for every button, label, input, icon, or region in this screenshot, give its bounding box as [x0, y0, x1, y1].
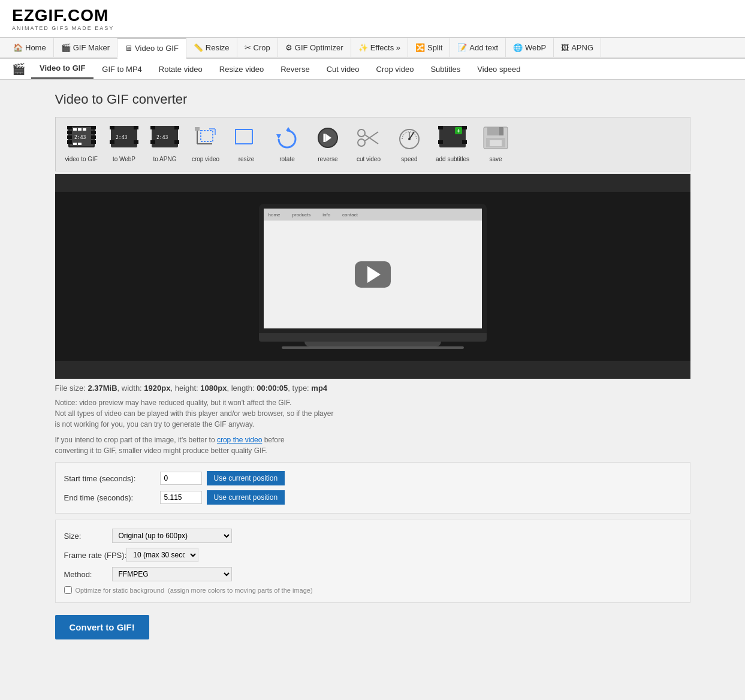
laptop-inner: home products info contact [264, 209, 482, 328]
svg-rect-11 [73, 143, 77, 145]
tool-save-icon [481, 126, 510, 153]
nav-split[interactable]: 🔀 Split [408, 38, 450, 57]
start-time-input[interactable] [160, 472, 202, 485]
file-height: 1080px [200, 384, 227, 393]
tool-add-subtitles[interactable]: + add subtitles [431, 122, 474, 166]
crop-video-link[interactable]: crop the video [217, 436, 262, 444]
file-info: File size: 2.37MiB, width: 1920px, heigh… [55, 384, 690, 393]
tool-save[interactable]: save [476, 122, 515, 166]
laptop-foot [282, 346, 464, 349]
tool-resize-label: resize [239, 156, 255, 162]
top-nav: 🏠 Home 🎬 GIF Maker 🖥 Video to GIF 📏 Resi… [0, 38, 745, 59]
nav-effects[interactable]: ✨ Effects » [351, 38, 408, 57]
end-time-input[interactable] [160, 491, 202, 504]
logo: EZGIF.COM ANIMATED GIFS MADE EASY [12, 6, 733, 31]
sub-nav-icon: 🎬 [6, 59, 31, 79]
video-top-bar [55, 174, 690, 192]
tool-to-webp[interactable]: 2:43 to WebP [105, 122, 143, 166]
tool-to-webp-icon: 2:43 [110, 126, 138, 153]
logo-title: EZGIF.COM [12, 6, 733, 25]
optimize-row: Optimize for static background (assign m… [64, 586, 681, 594]
fps-select[interactable]: 10 (max 30 seconds) 15 (max 20 seconds) … [126, 548, 198, 562]
svg-point-45 [358, 129, 365, 137]
svg-rect-17 [110, 126, 114, 129]
subnav-cut-video[interactable]: Cut video [318, 60, 368, 79]
logo-subtitle: ANIMATED GIFS MADE EASY [12, 25, 733, 31]
nav-gif-maker[interactable]: 🎬 GIF Maker [54, 38, 117, 57]
optimize-checkbox[interactable] [64, 586, 72, 594]
subnav-rotate-video[interactable]: Rotate video [150, 60, 211, 79]
svg-rect-9 [91, 140, 96, 144]
file-length: 00:00:05 [257, 384, 288, 393]
size-select[interactable]: Original (up to 600px) 320px 480px 640px… [112, 529, 232, 543]
tool-rotate[interactable]: rotate [268, 122, 306, 166]
tool-reverse[interactable]: reverse [309, 122, 347, 166]
file-width: 1920px [144, 384, 170, 393]
tool-video-to-gif-label: video to GIF [65, 156, 98, 162]
optimize-hint: (assign more colors to moving parts of t… [168, 587, 313, 594]
start-time-btn[interactable]: Use current position [207, 471, 285, 485]
tool-crop-video[interactable]: crop video [186, 122, 225, 166]
subnav-resize-video[interactable]: Resize video [211, 60, 272, 79]
nav-apng[interactable]: 🖼 APNG [554, 38, 601, 57]
video-bottom-bar [55, 361, 690, 379]
svg-point-51 [408, 138, 411, 140]
tool-to-apng-icon: 2:43 [150, 126, 179, 153]
svg-rect-12 [78, 128, 82, 131]
svg-rect-61 [499, 127, 503, 135]
fps-row: Frame rate (FPS): 10 (max 30 seconds) 15… [64, 548, 681, 562]
method-select[interactable]: FFMPEG ImageMagick [112, 567, 232, 581]
tool-crop-video-icon [191, 126, 220, 153]
method-row: Method: FFMPEG ImageMagick [64, 567, 681, 581]
subnav-reverse[interactable]: Reverse [272, 60, 318, 79]
svg-rect-7 [91, 131, 96, 134]
svg-rect-26 [174, 140, 179, 144]
play-button[interactable] [355, 261, 391, 288]
end-time-btn[interactable]: Use current position [207, 490, 285, 505]
svg-rect-34 [236, 129, 252, 144]
video-container: home products info contact [55, 174, 690, 379]
tool-crop-video-label: crop video [192, 156, 219, 162]
svg-marker-39 [276, 134, 281, 139]
nav-webp[interactable]: 🌐 WebP [506, 38, 554, 57]
tool-cut-video[interactable]: cut video [349, 122, 388, 166]
nav-crop[interactable]: ✂ Crop [237, 38, 278, 57]
tool-resize[interactable]: resize [227, 122, 266, 166]
nav-optimizer[interactable]: ⚙ GIF Optimizer [278, 38, 351, 57]
svg-rect-25 [174, 126, 179, 129]
subnav-video-speed[interactable]: Video speed [469, 60, 529, 79]
nav-addtext[interactable]: 📝 Add text [450, 38, 506, 57]
svg-rect-63 [490, 140, 502, 146]
tool-resize-icon [232, 126, 261, 153]
svg-rect-8 [91, 135, 96, 139]
tool-rotate-label: rotate [279, 156, 295, 162]
subnav-gif-to-mp4[interactable]: GIF to MP4 [93, 60, 150, 79]
convert-button[interactable]: Convert to GIF! [55, 615, 149, 639]
sub-nav: 🎬 Video to GIF GIF to MP4 Rotate video R… [0, 59, 745, 80]
tool-reverse-icon [313, 126, 342, 153]
tool-to-apng[interactable]: 2:43 to APNG [146, 122, 184, 166]
svg-rect-14 [83, 128, 86, 131]
laptop-stand [304, 342, 441, 346]
gif-settings-box: Size: Original (up to 600px) 320px 480px… [55, 520, 690, 603]
tool-speed[interactable]: speed [390, 122, 429, 166]
nav-resize[interactable]: 📏 Resize [186, 38, 237, 57]
svg-rect-4 [67, 135, 72, 139]
tool-save-label: save [490, 156, 502, 162]
main-content: Video to GIF converter [43, 92, 702, 639]
size-row: Size: Original (up to 600px) 320px 480px… [64, 529, 681, 543]
tool-cut-video-icon [354, 126, 383, 153]
subnav-crop-video[interactable]: Crop video [368, 60, 423, 79]
svg-rect-5 [67, 140, 72, 144]
svg-text:2:43: 2:43 [156, 135, 168, 140]
subnav-subtitles[interactable]: Subtitles [422, 60, 469, 79]
subnav-video-to-gif[interactable]: Video to GIF [31, 59, 93, 79]
play-arrow-icon [367, 266, 381, 283]
tool-video-to-gif[interactable]: 2:43 video to GIF [61, 122, 102, 166]
nav-home[interactable]: 🏠 Home [6, 38, 54, 57]
optimize-label[interactable]: Optimize for static background (assign m… [64, 586, 313, 594]
svg-rect-18 [110, 140, 114, 144]
tool-speed-icon [395, 126, 424, 153]
nav-video-to-gif[interactable]: 🖥 Video to GIF [117, 38, 186, 59]
svg-rect-55 [462, 126, 467, 129]
